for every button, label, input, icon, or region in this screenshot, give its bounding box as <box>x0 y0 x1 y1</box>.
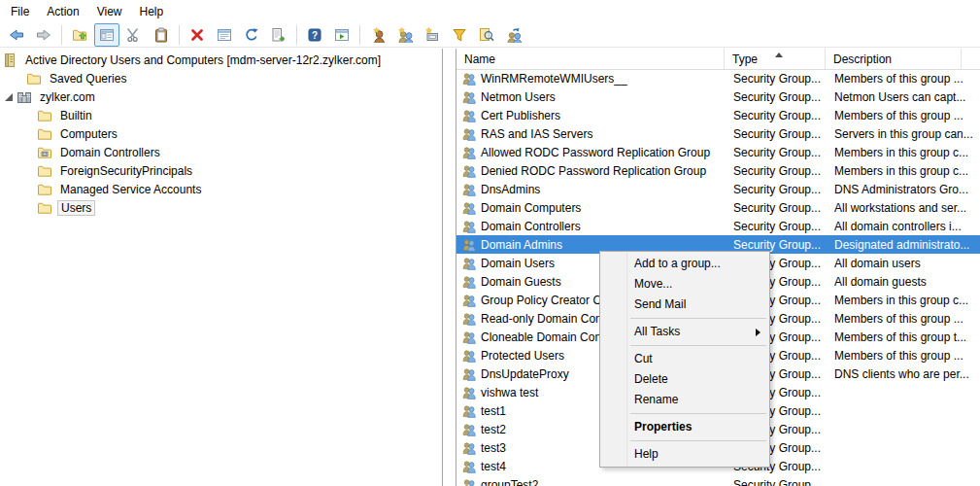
table-row-cert-publishers[interactable]: Cert PublishersSecurity Group...Members … <box>456 106 980 124</box>
show-console-tree-icon <box>99 27 115 43</box>
context-menu-item-label: Delete <box>634 372 668 386</box>
row-name: Domain Controllers <box>481 220 581 233</box>
context-menu-item-cut[interactable]: Cut <box>600 349 769 369</box>
tree-item-saved-queries[interactable]: Saved Queries <box>0 69 442 87</box>
table-row-winrmremotewmiusers[interactable]: WinRMRemoteWMIUsers__Security Group...Me… <box>456 69 980 87</box>
menu-separator <box>630 413 766 414</box>
tree-item-label: Active Directory Users and Computers [md… <box>22 52 384 68</box>
context-menu-item-send-mail[interactable]: Send Mail <box>600 295 769 315</box>
folder-icon <box>37 126 52 142</box>
menu-file[interactable]: File <box>2 2 38 21</box>
context-menu-item-label: Move... <box>634 277 672 291</box>
row-name: Protected Users <box>481 349 564 363</box>
table-row-grouptest2[interactable]: groupTest2Security Group... <box>456 475 980 486</box>
expand-collapse-icon[interactable] <box>5 93 13 101</box>
security-group-icon <box>462 72 476 86</box>
paste-button[interactable] <box>149 23 174 47</box>
table-row-netmon-users[interactable]: Netmon UsersSecurity Group...Netmon User… <box>456 87 980 106</box>
security-group-icon <box>462 90 476 104</box>
table-row-dnsadmins[interactable]: DnsAdminsSecurity Group...DNS Administra… <box>456 180 980 198</box>
forward-icon <box>36 27 51 43</box>
table-row-allowed-rodc-password-replication-group[interactable]: Allowed RODC Password Replication GroupS… <box>456 143 980 161</box>
up-one-level-icon <box>72 27 87 43</box>
security-group-icon <box>462 257 476 270</box>
sort-ascending-icon <box>775 52 783 57</box>
find-button[interactable] <box>474 23 499 47</box>
row-type: Security Group... <box>725 146 826 159</box>
row-description: Members of this group ... <box>826 72 980 86</box>
tree-item-active-directory-users-and-computers[interactable]: Active Directory Users and Computers [md… <box>0 51 442 69</box>
cut-button[interactable] <box>121 23 147 47</box>
new-group-button[interactable] <box>392 23 418 47</box>
back-button[interactable] <box>4 23 29 47</box>
cut-icon <box>126 27 142 43</box>
tree-item-zylker-com[interactable]: zylker.com <box>0 87 442 106</box>
context-menu-item-label: Help <box>634 447 659 461</box>
delete-button[interactable] <box>185 23 210 47</box>
toolbar: ? <box>0 23 980 48</box>
context-menu-item-all-tasks[interactable]: All Tasks <box>600 322 769 342</box>
security-group-icon <box>462 367 476 381</box>
context-menu-item-help[interactable]: Help <box>600 444 769 465</box>
context-menu-item-move[interactable]: Move... <box>600 274 769 295</box>
help-icon: ? <box>307 27 322 43</box>
folder-dc-icon <box>37 145 52 160</box>
action-pane-button[interactable] <box>329 23 355 47</box>
context-menu-item-properties[interactable]: Properties <box>600 417 769 437</box>
menu-separator <box>630 440 766 441</box>
help-button[interactable]: ? <box>302 23 327 47</box>
tree-item-computers[interactable]: Computers <box>0 124 442 143</box>
row-name: groupTest2 <box>481 478 538 486</box>
submenu-arrow-icon <box>756 329 760 336</box>
column-header-type-label: Type <box>732 52 758 66</box>
forward-button[interactable] <box>31 23 56 47</box>
tree-item-label: Users <box>57 200 95 216</box>
export-list-button[interactable] <box>266 23 291 47</box>
row-name: test3 <box>481 441 506 455</box>
column-header-description[interactable]: Description <box>826 49 962 69</box>
new-user-button[interactable] <box>365 23 390 47</box>
table-row-ras-and-ias-servers[interactable]: RAS and IAS ServersSecurity Group...Serv… <box>456 124 980 143</box>
context-menu-item-add-to-a-group[interactable]: Add to a group... <box>600 254 769 274</box>
table-row-domain-computers[interactable]: Domain ComputersSecurity Group...All wor… <box>456 198 980 217</box>
up-one-level-button[interactable] <box>67 23 92 47</box>
toolbar-separator <box>296 25 297 45</box>
context-menu: Add to a group...Move...Send MailAll Tas… <box>599 251 770 468</box>
tree-item-users[interactable]: Users <box>0 198 442 217</box>
context-menu-item-label: Properties <box>634 420 692 434</box>
security-group-icon <box>462 146 476 159</box>
tree-item-foreignsecurityprincipals[interactable]: ForeignSecurityPrincipals <box>0 161 442 180</box>
table-row-domain-controllers[interactable]: Domain ControllersSecurity Group...All d… <box>456 217 980 235</box>
row-type: Security Group... <box>725 72 826 86</box>
properties-button[interactable] <box>212 23 237 47</box>
refresh-button[interactable] <box>239 23 264 47</box>
new-ou-button[interactable] <box>420 23 445 47</box>
row-type: Security Group... <box>725 220 826 233</box>
security-group-icon <box>462 349 476 363</box>
menu-help[interactable]: Help <box>131 2 173 21</box>
back-icon <box>9 27 24 43</box>
column-header-type[interactable]: Type <box>725 49 826 69</box>
row-description: All workstations and ser... <box>826 201 980 215</box>
group-membership-button[interactable] <box>501 23 526 47</box>
console-tree-pane: Active Directory Users and Computers [md… <box>0 49 443 486</box>
security-group-icon <box>462 294 476 307</box>
row-description: Netmon Users can capt... <box>826 90 980 104</box>
row-description: Members of this group ... <box>826 109 980 122</box>
table-row-denied-rodc-password-replication-group[interactable]: Denied RODC Password Replication GroupSe… <box>456 161 980 180</box>
menu-action[interactable]: Action <box>38 2 87 21</box>
context-menu-item-label: Send Mail <box>634 297 686 311</box>
context-menu-item-delete[interactable]: Delete <box>600 369 769 390</box>
set-filter-button[interactable] <box>447 23 472 47</box>
menu-view[interactable]: View <box>88 2 131 21</box>
context-menu-item-label: Cut <box>634 352 653 365</box>
column-header-name[interactable]: Name <box>456 49 725 69</box>
row-name: Denied RODC Password Replication Group <box>481 164 706 178</box>
tree-item-domain-controllers[interactable]: Domain Controllers <box>0 143 442 161</box>
tree-item-managed-service-accounts[interactable]: Managed Service Accounts <box>0 180 442 198</box>
context-menu-item-label: Rename <box>634 393 678 406</box>
show-console-tree-button[interactable] <box>94 23 119 47</box>
toolbar-separator <box>179 25 180 45</box>
tree-item-builtin[interactable]: Builtin <box>0 106 442 124</box>
context-menu-item-rename[interactable]: Rename <box>600 390 769 410</box>
